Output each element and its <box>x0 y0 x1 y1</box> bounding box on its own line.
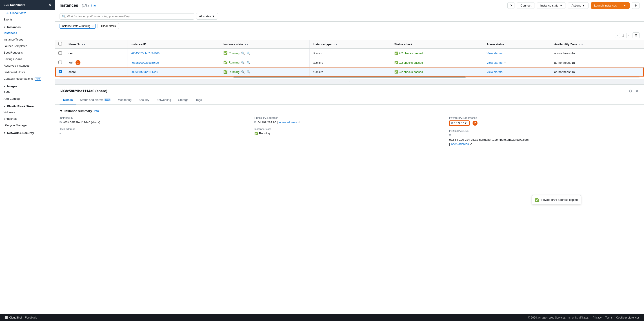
instance-state-button[interactable]: Instance state ▼ <box>537 2 566 9</box>
instance-id-link[interactable]: i-0b25700938cd69f00 <box>130 61 159 64</box>
privacy-link[interactable]: Privacy <box>593 316 602 319</box>
copy-icon[interactable]: ⧉ <box>451 121 453 125</box>
tab-status-alarms[interactable]: Status and alarms New <box>76 96 114 104</box>
tab-storage[interactable]: Storage <box>174 96 192 104</box>
tab-security[interactable]: Security <box>135 96 153 104</box>
search-input[interactable] <box>67 15 192 18</box>
scroll-thumb[interactable] <box>234 77 465 78</box>
row-checkbox[interactable] <box>58 61 62 64</box>
row-checkbox[interactable] <box>58 51 62 55</box>
search-box[interactable]: 🔍 <box>60 13 194 20</box>
info-link[interactable]: Info <box>91 4 96 7</box>
check-circle-icon: ✅ <box>254 132 258 135</box>
sidebar-item-snapshots[interactable]: Snapshots <box>0 115 55 122</box>
zoom-out-button[interactable]: 🔍 <box>246 61 251 65</box>
zoom-in-button[interactable]: 🔍 <box>240 70 246 74</box>
instance-id-link[interactable]: i-03fc58f29be1114a0 <box>130 70 158 74</box>
sidebar-item-savings-plans[interactable]: Savings Plans <box>0 56 55 62</box>
table-row[interactable]: test 1 i-0b25700938cd69f00 ✅ Running 🔍 <box>55 58 644 68</box>
open-address-link[interactable]: open address <box>451 142 469 146</box>
sidebar-item-spot-requests[interactable]: Spot Requests <box>0 49 55 56</box>
refresh-button[interactable]: ⟳ <box>508 2 515 9</box>
zoom-out-button[interactable]: 🔍 <box>246 70 251 74</box>
table-row[interactable]: dev i-0045075bbc7c3d466 ✅ Running 🔍 🔍 <box>55 49 644 58</box>
drag-handle-icon: = <box>348 80 350 84</box>
cloudshell-button[interactable]: ⬜ CloudShell <box>4 316 22 319</box>
sidebar-item-capacity-reservations[interactable]: Capacity Reservations New <box>0 75 55 82</box>
launch-instances-dropdown-button[interactable]: ▼ <box>620 2 630 9</box>
feedback-link[interactable]: Feedback <box>25 316 37 319</box>
terms-link[interactable]: Terms <box>605 316 612 319</box>
add-alarm-button[interactable]: + <box>504 70 506 74</box>
select-all-checkbox[interactable] <box>58 42 62 46</box>
table-row-selected[interactable]: share i-03fc58f29be1114a0 ✅ Running 🔍 🔍 <box>55 68 644 77</box>
view-alarms-link[interactable]: View alarms <box>486 70 502 74</box>
tab-tags[interactable]: Tags <box>192 96 206 104</box>
view-alarms-link[interactable]: View alarms <box>486 52 502 55</box>
row-alarm-status: View alarms + <box>483 68 551 77</box>
external-link-icon: ↗ <box>298 121 300 124</box>
copy-icon[interactable]: ⧉ <box>449 133 451 137</box>
prev-page-button[interactable]: ‹ <box>615 33 620 38</box>
tab-monitoring[interactable]: Monitoring <box>114 96 135 104</box>
sidebar-item-dedicated-hosts[interactable]: Dedicated Hosts <box>0 69 55 75</box>
copy-icon[interactable]: ⧉ <box>60 120 62 124</box>
sidebar-item-ami-catalog[interactable]: AMI Catalog <box>0 95 55 102</box>
copy-icon[interactable]: ⧉ <box>254 120 256 124</box>
sort-icon: ▲▼ <box>244 43 249 46</box>
sidebar-item-launch-templates[interactable]: Launch Templates <box>0 43 55 49</box>
public-ipv4-dns-label: Public IPv4 DNS <box>449 129 640 133</box>
connect-button[interactable]: Connect <box>517 2 534 9</box>
zoom-in-button[interactable]: 🔍 <box>240 61 246 65</box>
sidebar-section-header-network[interactable]: ▼ Network & Security <box>0 129 55 135</box>
zoom-in-button[interactable]: 🔍 <box>240 51 246 55</box>
check-circle-icon: ✅ <box>394 70 398 74</box>
footer: ⬜ CloudShell Feedback © 2024, Amazon Web… <box>0 314 644 321</box>
sidebar-item-lifecycle-manager[interactable]: Lifecycle Manager <box>0 122 55 128</box>
check-icon: ✅ <box>535 198 540 202</box>
open-address-link[interactable]: open address <box>279 121 297 124</box>
sidebar-section-header-ebs[interactable]: ▼ Elastic Block Store <box>0 102 55 109</box>
clear-filters-button[interactable]: Clear filters <box>98 23 119 29</box>
cookie-prefs-link[interactable]: Cookie preferences <box>616 316 640 319</box>
sidebar-section-header-instances[interactable]: ▼ Instances <box>0 23 55 30</box>
settings-button[interactable]: ⚙ <box>632 2 640 9</box>
row-checkbox[interactable] <box>59 70 62 73</box>
add-alarm-button[interactable]: + <box>504 61 506 64</box>
remove-filter-button[interactable]: ✕ <box>92 25 94 28</box>
sidebar-item-global-view[interactable]: EC2 Global View <box>0 10 55 16</box>
sidebar-item-events[interactable]: Events <box>0 16 55 23</box>
sidebar-item-instance-types[interactable]: Instance Types <box>0 36 55 43</box>
ipv6-value: – <box>60 132 250 135</box>
launch-instances-button[interactable]: Launch instances <box>591 2 620 9</box>
check-circle-icon: ✅ <box>223 51 228 55</box>
info-link[interactable]: Info <box>94 109 99 113</box>
sidebar-section-header-images[interactable]: ▼ Images <box>0 82 55 89</box>
detail-close-button[interactable]: ✕ <box>635 88 640 94</box>
actions-button[interactable]: Actions ▼ <box>568 2 588 9</box>
panel-divider[interactable]: = <box>55 79 644 85</box>
sidebar-section-instances: ▼ Instances Instances Instance Types Lau… <box>0 23 55 82</box>
instance-summary-header: ▼ Instance summary Info <box>60 109 640 113</box>
status-running: ✅ Running <box>223 61 239 65</box>
sidebar-item-reserved-instances[interactable]: Reserved Instances <box>0 62 55 69</box>
zoom-out-button[interactable]: 🔍 <box>246 51 251 55</box>
close-icon[interactable]: ✕ <box>48 3 51 7</box>
table-settings-button[interactable]: ⚙ <box>632 32 640 38</box>
add-alarm-button[interactable]: + <box>504 52 506 55</box>
public-ipv4-label: Public IPv4 address <box>254 116 445 119</box>
sidebar-item-volumes[interactable]: Volumes <box>0 109 55 115</box>
instance-summary-grid: Instance ID ⧉ i-03fc58f29be1114a0 (share… <box>60 116 640 146</box>
horizontal-scrollbar[interactable] <box>60 77 640 78</box>
detail-settings-button[interactable]: ⚙ <box>628 88 633 94</box>
instance-id-link[interactable]: i-0045075bbc7c3d466 <box>130 52 160 55</box>
view-alarms-link[interactable]: View alarms <box>486 61 502 64</box>
next-page-button[interactable]: › <box>626 33 631 38</box>
tab-details[interactable]: Details <box>60 96 76 104</box>
status-check-passed: ✅ 2/2 checks passed <box>394 70 423 74</box>
tab-networking[interactable]: Networking <box>153 96 174 104</box>
th-instance-id: Instance ID <box>128 40 220 49</box>
sidebar-item-amis[interactable]: AMIs <box>0 89 55 95</box>
sidebar-item-instances[interactable]: Instances <box>0 30 55 36</box>
state-dropdown[interactable]: All states ▼ <box>196 13 218 20</box>
